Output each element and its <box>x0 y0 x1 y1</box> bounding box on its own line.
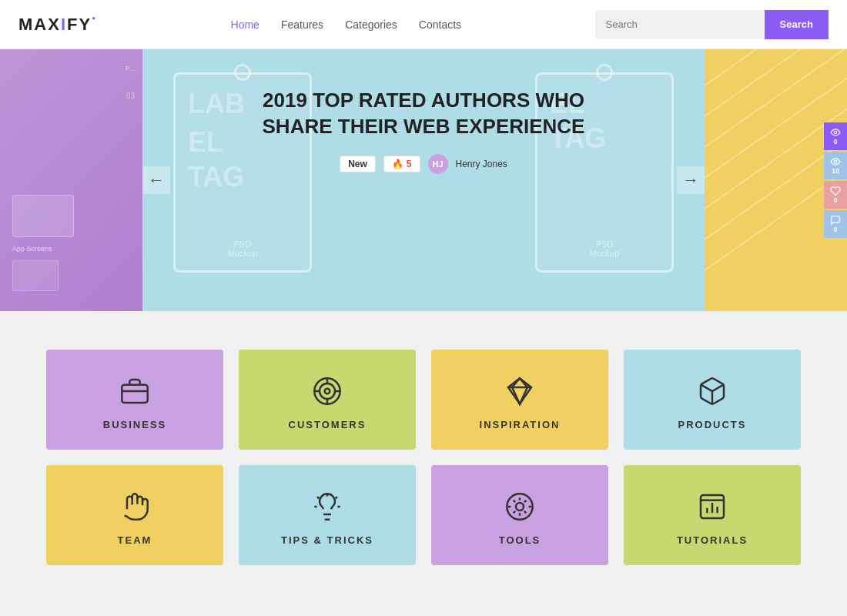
hero-next-button[interactable]: → <box>677 166 705 194</box>
business-label: BUSINESS <box>103 419 166 430</box>
wrench-icon <box>503 490 537 524</box>
tools-label: TOOLS <box>499 534 541 546</box>
category-team[interactable]: TEAM <box>46 465 223 565</box>
hero-center-panel: LAB EL TAG PSDMockup EL TAG PSDMockup 20… <box>142 49 705 311</box>
fist-icon <box>118 490 152 524</box>
categories-grid: BUSINESS CUSTOMERS INSPIRATION PRODUCTS <box>46 350 801 565</box>
nav-contacts[interactable]: Contacts <box>419 18 461 31</box>
products-label: PRODUCTS <box>678 419 747 430</box>
category-business[interactable]: BUSINESS <box>46 350 223 450</box>
cube-icon <box>695 374 729 408</box>
side-icon-heart[interactable]: 0 <box>824 181 847 209</box>
category-tutorials[interactable]: TUTORIALS <box>624 465 801 565</box>
nav-home[interactable]: Home <box>231 18 259 31</box>
category-tools[interactable]: TOOLS <box>431 465 608 565</box>
tutorials-label: TUTORIALS <box>677 534 748 546</box>
target-icon <box>310 374 344 408</box>
briefcase-icon <box>118 374 152 408</box>
navigation: Home Features Categories Contacts <box>231 18 462 31</box>
hero-title: 2019 TOP RATED AUTHORS WHO SHARE THEIR W… <box>239 88 608 140</box>
svg-line-11 <box>336 497 337 498</box>
side-icon-eye[interactable]: 0 <box>824 122 847 150</box>
hero-meta: New 🔥 5 HJ Henry Jones <box>340 154 507 174</box>
heart-count: 0 <box>833 196 837 204</box>
eye-count-2: 10 <box>832 167 839 175</box>
customers-label: CUSTOMERS <box>289 419 367 430</box>
hero-section: App Screens P... 03 ← LAB EL TAG PSDMock… <box>0 49 847 311</box>
logo: MAXIFY● <box>18 15 97 35</box>
comment-count: 0 <box>833 226 837 233</box>
team-label: TEAM <box>118 534 152 546</box>
svg-point-5 <box>320 383 335 399</box>
diamond-icon <box>503 374 537 408</box>
badge-fire: 🔥 5 <box>383 156 420 172</box>
svg-point-0 <box>834 131 837 134</box>
author-name: Henry Jones <box>456 159 507 169</box>
nav-features[interactable]: Features <box>281 18 323 31</box>
category-inspiration[interactable]: INSPIRATION <box>431 350 608 450</box>
hero-prev-button[interactable]: ← <box>142 166 170 194</box>
side-icon-comment[interactable]: 0 <box>824 210 847 238</box>
search-input[interactable] <box>595 10 765 39</box>
svg-point-1 <box>834 160 837 163</box>
category-customers[interactable]: CUSTOMERS <box>239 350 416 450</box>
side-icon-eye-2[interactable]: 10 <box>824 152 847 179</box>
svg-point-6 <box>325 388 330 393</box>
svg-point-14 <box>516 503 524 511</box>
svg-line-9 <box>317 497 319 498</box>
badge-new: New <box>340 156 376 172</box>
eye-count-1: 0 <box>833 138 837 146</box>
hero-left-panel: App Screens P... 03 <box>0 49 142 311</box>
chart-icon <box>695 490 729 524</box>
search-area: Search <box>595 10 829 39</box>
tips-label: TIPS & TRICKS <box>281 534 373 546</box>
svg-rect-2 <box>122 384 147 402</box>
author-avatar: HJ <box>428 154 448 174</box>
categories-section: BUSINESS CUSTOMERS INSPIRATION PRODUCTS <box>0 311 847 604</box>
bulb-icon <box>310 490 344 524</box>
header: MAXIFY● Home Features Categories Contact… <box>0 0 847 49</box>
nav-categories[interactable]: Categories <box>345 18 397 31</box>
search-button[interactable]: Search <box>765 10 829 39</box>
inspiration-label: INSPIRATION <box>480 419 561 430</box>
side-icon-panel: 0 10 0 0 <box>824 122 847 238</box>
category-products[interactable]: PRODUCTS <box>624 350 801 450</box>
category-tips[interactable]: TIPS & TRICKS <box>239 465 416 565</box>
